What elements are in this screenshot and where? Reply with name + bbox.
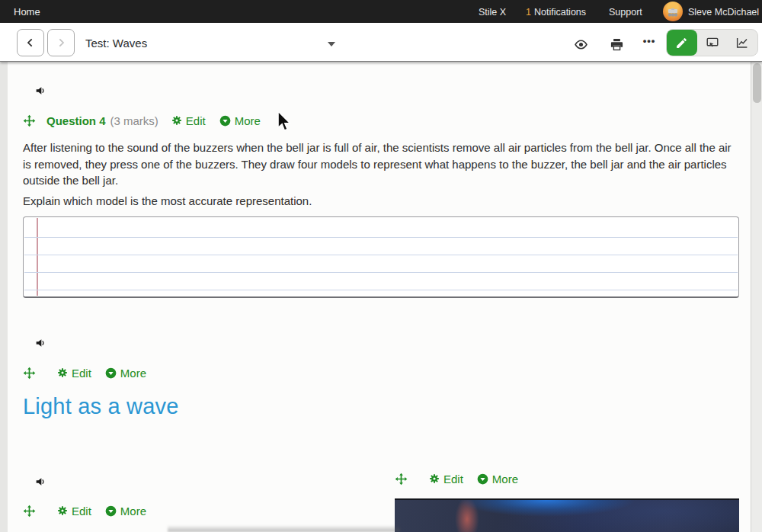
chevron-right-icon — [55, 37, 67, 49]
present-mode-button[interactable] — [697, 30, 728, 56]
edit-button[interactable]: Edit — [57, 505, 91, 518]
notifications-link[interactable]: 1Notifications — [526, 7, 586, 18]
lesson-image[interactable] — [395, 498, 739, 532]
question-controls-row: Question 4 (3 marks) Edit More — [23, 114, 261, 127]
edit-label: Edit — [72, 367, 91, 380]
section-heading: Light as a wave — [23, 394, 179, 419]
more-button[interactable]: More — [477, 473, 518, 486]
more-label: More — [120, 367, 146, 380]
more-label: More — [235, 114, 261, 127]
forward-button[interactable] — [47, 29, 75, 56]
ruled-line — [24, 272, 738, 273]
question-prompt-text: Explain which model is the most accurate… — [23, 194, 735, 207]
image-controls-row: Edit More — [395, 472, 518, 486]
more-label: More — [120, 505, 146, 518]
present-screen-icon — [706, 36, 719, 50]
notebook-margin-line — [37, 218, 38, 296]
lesson-page: Question 4 (3 marks) Edit More After lis… — [8, 62, 751, 532]
support-link[interactable]: Support — [609, 7, 642, 18]
move-handle-icon[interactable] — [23, 505, 36, 518]
document-toolbar: Test: Waves ••• — [0, 23, 762, 62]
notifications-label: Notifications — [534, 7, 586, 18]
scrollbar-thumb[interactable] — [753, 63, 761, 103]
pencil-icon — [675, 37, 688, 50]
gear-icon — [171, 115, 182, 126]
document-title[interactable]: Test: Waves — [85, 37, 147, 50]
question-marks: (3 marks) — [110, 114, 158, 127]
analytics-chart-icon — [735, 36, 749, 50]
edit-button[interactable]: Edit — [171, 114, 206, 127]
gear-icon — [57, 505, 68, 516]
content-viewport: Question 4 (3 marks) Edit More After lis… — [0, 62, 762, 532]
question-body-text: After listening to the sound of the buzz… — [23, 139, 735, 189]
gear-icon — [429, 473, 440, 484]
ruled-line — [24, 237, 738, 238]
print-icon[interactable] — [610, 37, 624, 52]
heading-controls-row: Edit More — [23, 366, 146, 380]
avatar[interactable] — [663, 2, 683, 21]
ruled-line — [24, 290, 738, 290]
rover-avatar-icon — [665, 8, 680, 18]
edit-label: Edit — [72, 505, 91, 518]
title-dropdown-caret-icon[interactable] — [328, 42, 335, 46]
move-handle-icon[interactable] — [23, 367, 36, 380]
back-button[interactable] — [17, 29, 44, 56]
text-controls-row: Edit More — [23, 504, 146, 518]
stile-x-link[interactable]: Stile X — [479, 7, 506, 18]
move-handle-icon[interactable] — [23, 114, 36, 127]
preview-eye-icon[interactable] — [574, 37, 588, 52]
user-name[interactable]: Sleve McDichael — [688, 7, 759, 18]
bottom-content-shadow — [168, 525, 400, 532]
top-navigation-bar: Home Stile X 1Notifications Support Slev… — [0, 0, 762, 23]
text-to-speech-icon[interactable] — [34, 476, 46, 488]
edit-mode-button[interactable] — [667, 30, 697, 56]
notification-count-badge: 1 — [526, 7, 531, 18]
question-title: Question 4 — [46, 114, 106, 127]
vertical-scrollbar[interactable] — [751, 62, 762, 532]
mode-switcher — [666, 29, 758, 56]
more-label: More — [492, 473, 518, 486]
answer-input-area[interactable] — [23, 216, 739, 298]
text-to-speech-icon[interactable] — [34, 337, 46, 349]
edit-label: Edit — [186, 114, 206, 127]
text-to-speech-icon[interactable] — [34, 85, 46, 97]
ruled-line — [24, 255, 738, 255]
more-circle-down-icon — [105, 505, 117, 517]
more-button[interactable]: More — [219, 114, 261, 127]
more-circle-down-icon — [105, 367, 117, 379]
move-handle-icon[interactable] — [395, 473, 408, 486]
edit-label: Edit — [443, 473, 463, 486]
mouse-cursor — [277, 111, 292, 133]
more-button[interactable]: More — [105, 505, 146, 518]
edit-button[interactable]: Edit — [429, 473, 463, 486]
more-options-button[interactable]: ••• — [639, 35, 659, 50]
more-button[interactable]: More — [105, 367, 146, 380]
more-circle-down-icon — [477, 473, 488, 485]
chevron-left-icon — [24, 37, 37, 49]
gear-icon — [57, 367, 68, 378]
more-circle-down-icon — [219, 115, 231, 127]
analytics-mode-button[interactable] — [727, 30, 757, 56]
home-link[interactable]: Home — [14, 6, 40, 18]
edit-button[interactable]: Edit — [57, 367, 91, 380]
